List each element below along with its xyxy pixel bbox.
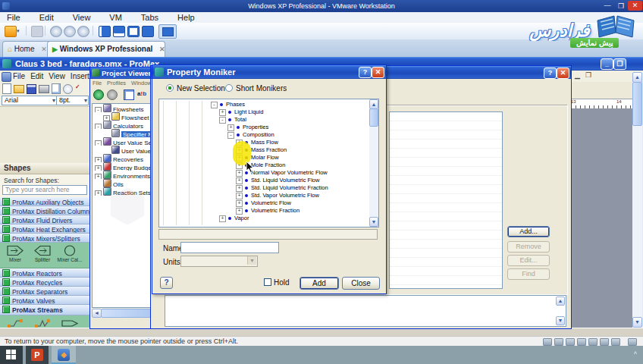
promax-menu-file[interactable]: File xyxy=(13,72,25,80)
unity-button[interactable] xyxy=(142,26,154,37)
tab-windows-xp-close-icon[interactable]: ✕ xyxy=(159,46,165,53)
tree-item-label[interactable]: Std. Liquid Volumetric Flow xyxy=(251,177,319,184)
moniker-tree-item-light-liquid[interactable]: +Light Liquid xyxy=(159,108,369,116)
tree-item-label[interactable]: Total xyxy=(234,116,246,124)
shapes-section-9[interactable]: ProMax Streams xyxy=(0,305,89,315)
network-adapter-icon[interactable] xyxy=(566,338,575,346)
tree-expander-icon[interactable]: + xyxy=(236,162,243,169)
tree-item-label[interactable]: Std. Liquid Volumetric Fraction xyxy=(251,184,328,192)
snapshot-take-button[interactable] xyxy=(50,26,62,37)
shape-mixer[interactable]: Mixer xyxy=(2,244,29,262)
scroll-down-icon[interactable]: ▼ xyxy=(556,316,565,325)
font-size-dropdown-icon[interactable]: ▾ xyxy=(84,96,87,105)
shapes-search-input[interactable]: Type your search here xyxy=(2,185,87,195)
tree-expander-icon[interactable]: + xyxy=(236,185,243,192)
tree-item-label[interactable]: Flowsheets xyxy=(113,106,143,112)
radio-short-monikers[interactable]: Short Monikers xyxy=(225,84,287,93)
print-preview-icon[interactable] xyxy=(52,83,61,94)
shapes-section-3[interactable]: ProMax Heat Exchangers xyxy=(0,224,89,234)
moniker-tree-item-std-liquid-volumetric-fraction[interactable]: +Std. Liquid Volumetric Fraction xyxy=(159,184,369,192)
moniker-tree-item-volumetric-fraction[interactable]: +Volumetric Fraction xyxy=(159,207,369,215)
window-layout-icon[interactable] xyxy=(124,89,134,100)
pv-scrollbar-thumb[interactable] xyxy=(101,309,152,318)
vmware-workstation-button[interactable]: ◆ xyxy=(52,346,76,364)
doc-minimize-icon[interactable]: ▁ xyxy=(575,71,580,79)
save-icon[interactable] xyxy=(27,84,36,94)
promax-menu-edit[interactable]: Edit xyxy=(30,72,43,80)
format-label-icon[interactable]: a!b xyxy=(137,90,146,97)
console-thumbnail-view-button[interactable] xyxy=(113,26,125,37)
promax-menu-insert[interactable]: Insert xyxy=(71,72,89,80)
tree-item-label[interactable]: User Value xyxy=(121,148,151,154)
shapes-section-1[interactable]: ProMax Distillation Columns xyxy=(0,206,89,215)
tab-windows-xp[interactable]: ▶ Windows XP Professional ✕ xyxy=(47,41,165,57)
close-icon[interactable]: ✕ xyxy=(628,1,642,11)
specifier-help-icon[interactable]: ? xyxy=(544,67,557,79)
name-input[interactable] xyxy=(180,242,279,253)
specifier-list[interactable] xyxy=(389,111,503,289)
moniker-tree-item-properties[interactable]: +Properties xyxy=(159,124,369,131)
tree-expander-icon[interactable]: + xyxy=(236,177,243,184)
library-view-button[interactable] xyxy=(99,26,111,37)
moniker-tree-item-composition[interactable]: -Composition xyxy=(159,131,369,139)
moniker-close-icon[interactable]: ✕ xyxy=(372,67,384,78)
add-button[interactable]: Add xyxy=(300,277,339,290)
vmware-menu-file[interactable]: File xyxy=(0,12,27,23)
font-name-dropdown-icon[interactable]: ▾ xyxy=(52,96,55,105)
moniker-tree-item-normal-vapor-volumetric-flow[interactable]: +Normal Vapor Volumetric Flow xyxy=(159,169,369,177)
scroll-down-icon[interactable]: ▼ xyxy=(369,217,378,227)
scroll-up-icon[interactable]: ▲ xyxy=(632,72,642,83)
tree-expander-icon[interactable]: + xyxy=(95,157,102,162)
shapes-section-7[interactable]: ProMax Separators xyxy=(0,287,89,296)
scroll-up-icon[interactable]: ▲ xyxy=(556,297,565,306)
font-name-select[interactable]: Arial ▾ xyxy=(2,96,57,105)
specifier-close-icon[interactable]: ✕ xyxy=(557,67,569,79)
tree-expander-icon[interactable]: + xyxy=(236,208,243,215)
tree-expander-icon[interactable]: + xyxy=(219,215,226,222)
hold-checkbox[interactable]: Hold xyxy=(264,278,290,287)
moniker-tree-item-total[interactable]: -Total xyxy=(159,116,369,124)
tree-item-label[interactable]: Oils xyxy=(113,181,124,187)
moniker-tree-item-phases[interactable]: -Phases xyxy=(159,101,369,108)
vmware-menu-vm[interactable]: VM xyxy=(102,12,129,23)
doc-restore-icon[interactable]: ❐ xyxy=(585,71,591,79)
shapes-section-8[interactable]: ProMax Valves xyxy=(0,296,89,305)
moniker-scrollbar-thumb[interactable] xyxy=(369,108,378,127)
tree-expander-icon[interactable]: - xyxy=(219,117,226,124)
tree-item-label[interactable]: Environments xyxy=(113,173,150,179)
tree-item-label[interactable]: Volumetric Fraction xyxy=(251,207,300,215)
tree-expander-icon[interactable]: + xyxy=(95,190,102,196)
tree-expander-icon[interactable]: - xyxy=(95,140,102,146)
snapshot-revert-button[interactable] xyxy=(64,26,76,37)
power-button[interactable] xyxy=(5,26,17,37)
drawing-canvas[interactable] xyxy=(566,108,632,328)
tree-item-label[interactable]: Composition xyxy=(243,131,274,139)
tree-item-label[interactable]: Molar Flow xyxy=(251,154,279,162)
start-button[interactable] xyxy=(0,346,23,364)
tree-item-label[interactable]: User Value Se xyxy=(113,140,152,146)
tree-expander-icon[interactable]: - xyxy=(227,132,234,139)
tree-item-label[interactable]: Recoveries xyxy=(113,156,143,162)
context-help-button[interactable]: ? xyxy=(160,277,173,289)
moniker-titlebar[interactable]: Property Moniker ? ✕ xyxy=(152,65,386,79)
moniker-tree-item-mass-fraction[interactable]: +Mass Fraction xyxy=(159,146,369,154)
console-preview-button[interactable] xyxy=(158,24,177,39)
cd-rom-icon[interactable] xyxy=(554,338,563,346)
tree-item-label[interactable]: Properties xyxy=(243,124,268,131)
shapes-section-6[interactable]: ProMax Recycles xyxy=(0,278,89,287)
hard-disk-icon[interactable] xyxy=(543,338,552,346)
minimize-icon[interactable]: — xyxy=(602,2,613,11)
fullscreen-button[interactable] xyxy=(127,26,140,37)
shapes-section-4[interactable]: ProMax Mixers/Splitters xyxy=(0,234,89,243)
vertical-scrollbar[interactable]: ▲ ▼ xyxy=(632,72,642,328)
moniker-help-icon[interactable]: ? xyxy=(359,67,372,78)
tree-item-label[interactable]: Mass Fraction xyxy=(251,146,287,154)
tree-expander-icon[interactable]: + xyxy=(236,140,243,146)
run-icon[interactable] xyxy=(93,89,104,100)
tree-item-label[interactable]: Mole Fraction xyxy=(251,162,285,169)
tree-item-label[interactable]: Vapor xyxy=(234,215,249,222)
vmware-menu-view[interactable]: View xyxy=(66,12,98,23)
pv-menu-window[interactable]: Window xyxy=(131,80,152,86)
specifier-description-box[interactable]: ▲ ▼ xyxy=(165,295,566,327)
tree-item-label[interactable]: Phases xyxy=(226,101,245,108)
